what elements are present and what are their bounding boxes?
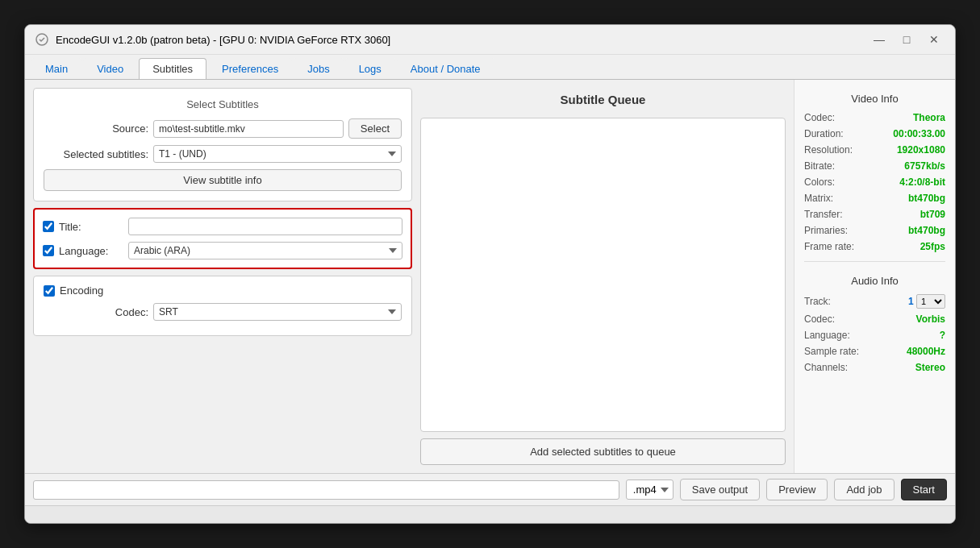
language-select[interactable]: Arabic (ARA) [128, 242, 402, 259]
codec-label: Codec: [44, 306, 148, 318]
window-controls: — □ ✕ [868, 31, 945, 48]
video-transfer-val: bt709 [920, 209, 945, 220]
source-row: Source: Select [44, 118, 402, 139]
output-path-input[interactable] [33, 480, 619, 500]
video-primaries-val: bt470bg [908, 225, 945, 236]
tab-video[interactable]: Video [83, 58, 137, 79]
audio-info-title: Audio Info [804, 275, 945, 287]
video-duration-key: Duration: [804, 128, 844, 139]
video-transfer-row: Transfer: bt709 [804, 208, 945, 221]
select-button[interactable]: Select [348, 118, 402, 139]
minimize-button[interactable]: — [868, 31, 890, 48]
tab-subtitles[interactable]: Subtitles [139, 58, 206, 79]
language-label: Language: [59, 245, 123, 257]
audio-codec-val: Vorbis [916, 313, 945, 325]
add-to-queue-button[interactable]: Add selected subtitles to queue [420, 438, 786, 465]
video-info-title: Video Info [804, 93, 945, 105]
title-checkbox[interactable] [43, 221, 54, 232]
codec-row: Codec: SRT [44, 303, 402, 321]
audio-track-val: 1 1 [908, 294, 945, 309]
audio-samplerate-key: Sample rate: [804, 346, 859, 357]
video-framerate-key: Frame rate: [804, 241, 854, 252]
selected-subtitles-row: Selected subtitles: T1 - (UND) [44, 145, 402, 163]
video-primaries-row: Primaries: bt470bg [804, 224, 945, 237]
video-colors-val: 4:2:0/8-bit [899, 176, 945, 188]
start-button[interactable]: Start [901, 479, 947, 500]
video-resolution-key: Resolution: [804, 144, 853, 156]
video-codec-val: Theora [913, 112, 945, 123]
app-window: EncodeGUI v1.2.0b (patron beta) - [GPU 0… [24, 24, 956, 524]
video-bitrate-row: Bitrate: 6757kb/s [804, 160, 945, 172]
audio-samplerate-row: Sample rate: 48000Hz [804, 345, 945, 358]
content-area: Select Subtitles Source: Select Selected… [25, 80, 955, 473]
video-primaries-key: Primaries: [804, 225, 848, 236]
encoding-section: Encoding Codec: SRT [33, 276, 412, 336]
encoding-label: Encoding [60, 284, 103, 297]
audio-samplerate-val: 48000Hz [907, 346, 945, 357]
encoding-checkbox[interactable] [44, 285, 55, 297]
audio-track-row: Track: 1 1 [804, 293, 945, 309]
title-label: Title: [59, 221, 123, 233]
tab-logs[interactable]: Logs [345, 58, 395, 79]
save-output-button[interactable]: Save output [680, 479, 760, 500]
info-divider [804, 261, 945, 262]
window-title: EncodeGUI v1.2.0b (patron beta) - [GPU 0… [56, 34, 390, 46]
format-select[interactable]: .mp4 [626, 480, 673, 500]
audio-track-key: Track: [804, 296, 831, 307]
app-icon [35, 32, 49, 47]
add-job-button[interactable]: Add job [834, 479, 894, 500]
video-resolution-val: 1920x1080 [897, 144, 945, 156]
title-row: Title: [43, 218, 402, 235]
audio-channels-row: Channels: Stereo [804, 361, 945, 374]
language-checkbox[interactable] [43, 245, 54, 256]
video-resolution-row: Resolution: 1920x1080 [804, 143, 945, 156]
title-language-box: Title: Language: Arabic (ARA) [33, 208, 412, 269]
selected-subtitles-select[interactable]: T1 - (UND) [153, 145, 402, 163]
status-bar [25, 505, 955, 523]
video-matrix-val: bt470bg [908, 193, 945, 204]
source-input[interactable] [153, 120, 344, 138]
video-colors-key: Colors: [804, 176, 835, 188]
video-matrix-row: Matrix: bt470bg [804, 192, 945, 205]
video-codec-key: Codec: [804, 112, 835, 123]
audio-codec-key: Codec: [804, 313, 835, 325]
selected-subtitles-label: Selected subtitles: [44, 148, 148, 160]
tab-about[interactable]: About / Donate [397, 58, 494, 79]
titlebar: EncodeGUI v1.2.0b (patron beta) - [GPU 0… [25, 25, 955, 55]
video-codec-row: Codec: Theora [804, 111, 945, 124]
video-bitrate-val: 6757kb/s [904, 160, 945, 172]
video-bitrate-key: Bitrate: [804, 160, 835, 172]
source-label: Source: [44, 122, 148, 135]
view-subtitle-info-button[interactable]: View subtitle info [44, 169, 402, 191]
select-subtitles-group: Select Subtitles Source: Select Selected… [33, 88, 412, 201]
footer: .mp4 Save output Preview Add job Start [25, 473, 955, 505]
subtitles-layout: Select Subtitles Source: Select Selected… [33, 88, 786, 465]
video-duration-row: Duration: 00:00:33.00 [804, 127, 945, 140]
video-colors-row: Colors: 4:2:0/8-bit [804, 176, 945, 189]
tab-jobs[interactable]: Jobs [294, 58, 343, 79]
video-transfer-key: Transfer: [804, 209, 843, 220]
video-framerate-val: 25fps [920, 241, 945, 252]
audio-channels-val: Stereo [915, 362, 945, 373]
tab-preferences[interactable]: Preferences [208, 58, 292, 79]
maximize-button[interactable]: □ [895, 31, 918, 48]
sidebar: Video Info Codec: Theora Duration: 00:00… [794, 80, 955, 473]
tab-main[interactable]: Main [31, 58, 81, 79]
right-panel: Subtitle Queue Add selected subtitles to… [420, 88, 786, 465]
queue-area [420, 118, 786, 432]
preview-button[interactable]: Preview [766, 479, 828, 500]
title-input[interactable] [128, 218, 402, 235]
audio-language-row: Language: ? [804, 329, 945, 342]
audio-language-key: Language: [804, 330, 850, 341]
encoding-header: Encoding [44, 284, 402, 297]
codec-select[interactable]: SRT [153, 303, 402, 321]
select-subtitles-title: Select Subtitles [44, 98, 402, 110]
main-area: Select Subtitles Source: Select Selected… [25, 80, 794, 473]
left-panel: Select Subtitles Source: Select Selected… [33, 88, 412, 465]
close-button[interactable]: ✕ [923, 31, 945, 48]
audio-language-val: ? [940, 330, 945, 341]
audio-track-select[interactable]: 1 [916, 294, 945, 309]
titlebar-left: EncodeGUI v1.2.0b (patron beta) - [GPU 0… [35, 32, 390, 47]
audio-channels-key: Channels: [804, 362, 848, 373]
audio-codec-row: Codec: Vorbis [804, 313, 945, 326]
